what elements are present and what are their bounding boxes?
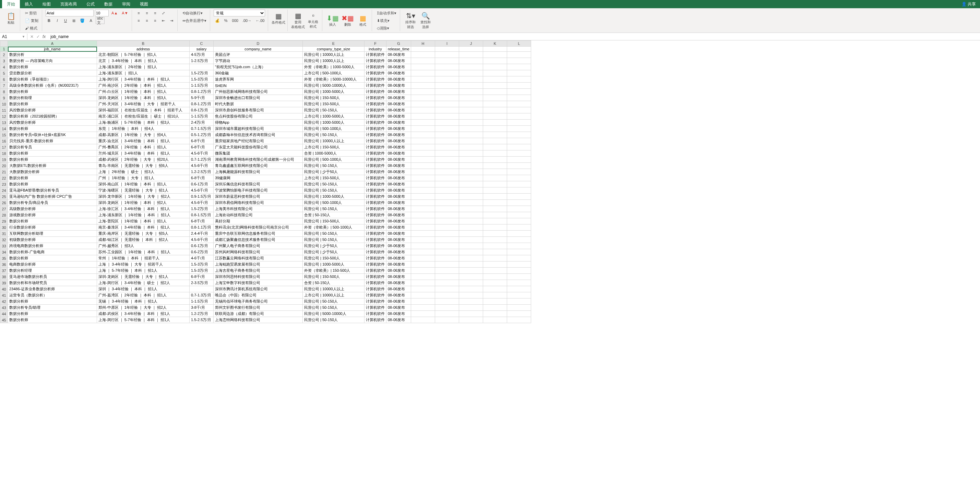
decrease-font-button[interactable]: A▼ [120, 10, 129, 16]
cell[interactable]: 6-8千/月 [189, 274, 214, 280]
cell[interactable]: 0.6-2万/月 [189, 249, 214, 255]
cell[interactable]: 途虎养车网 [214, 76, 303, 82]
cell[interactable]: 上海欢动科技有限公司 [214, 212, 303, 218]
cell[interactable]: 深圳乐佩信息科技有限公司 [214, 181, 303, 187]
decrease-decimal-button[interactable]: ←.00 [254, 17, 266, 24]
cell[interactable] [435, 132, 459, 138]
cell[interactable]: 民营公司 | 500-1000人 [303, 200, 364, 206]
cell[interactable]: 08-06发布 [387, 113, 411, 120]
cell[interactable]: 08-06发布 [387, 193, 411, 200]
cell[interactable]: 数据分析师 [8, 126, 97, 132]
cell[interactable] [411, 70, 435, 76]
cell[interactable]: 高级业务数据分析师（仓库）(MJ002317) [8, 82, 97, 89]
cell[interactable]: 1.2-2万/月 [189, 311, 214, 317]
cell[interactable]: 民营公司 | 10000人以上 [303, 52, 364, 58]
row-header[interactable]: 35 [0, 255, 8, 262]
row-header[interactable]: 43 [0, 304, 8, 311]
cell[interactable] [459, 243, 483, 249]
cell[interactable] [411, 101, 435, 107]
cell[interactable]: 上海 ｜ 3-4年经验 ｜ 大专 ｜ 招若干人 [97, 262, 189, 268]
cell[interactable]: 计算机软件 [364, 58, 387, 64]
cell[interactable]: 08-06发布 [387, 101, 411, 107]
cell[interactable]: 计算机软件 [364, 193, 387, 200]
cell[interactable]: 数据分析专员 [8, 144, 97, 151]
cell[interactable]: 数据分析 [8, 52, 97, 58]
cell[interactable]: 深圳市易佰网络科技有限公司 [214, 200, 303, 206]
cell[interactable]: 民营公司 | 1000-5000人 [303, 120, 364, 126]
cell[interactable] [483, 268, 507, 274]
cell[interactable] [459, 144, 483, 151]
cell[interactable] [459, 187, 483, 193]
cell[interactable]: 4.5-6千/月 [189, 200, 214, 206]
cell[interactable] [435, 212, 459, 218]
cell[interactable]: 慧科讯业(北京)网络科技有限公司南京分公司 [214, 224, 303, 231]
cell[interactable]: 民营公司 | 少于50人 [303, 243, 364, 249]
cell[interactable]: 08-06发布 [387, 120, 411, 126]
cell[interactable]: 3-8千/月 [189, 304, 214, 311]
cell[interactable]: 美好分期 [214, 218, 303, 224]
row-header[interactable]: 32 [0, 237, 8, 243]
cell[interactable] [483, 200, 507, 206]
cell[interactable] [507, 286, 531, 292]
cell[interactable] [483, 144, 507, 151]
cell[interactable] [459, 52, 483, 58]
cell[interactable]: 360金融 [214, 70, 303, 76]
cell[interactable]: 08-06发布 [387, 82, 411, 89]
row-header[interactable]: 45 [0, 317, 8, 323]
cell[interactable]: 上海-闵行区 ｜ 5-7年经验 ｜ 本科 ｜ 招1人 [97, 317, 189, 323]
cell[interactable]: 08-06发布 [387, 144, 411, 151]
cell[interactable]: 计算机软件 [364, 151, 387, 157]
cell[interactable]: 6-8千/月 [189, 144, 214, 151]
cell[interactable]: 4-5万/月 [189, 52, 214, 58]
row-header[interactable]: 36 [0, 262, 8, 268]
cell[interactable]: 合资 | 50-150人 [303, 280, 364, 286]
cell[interactable]: release_time [387, 47, 411, 52]
border-button[interactable]: ⊞ [70, 17, 77, 24]
cell[interactable] [507, 76, 531, 82]
cell[interactable]: 计算机软件 [364, 304, 387, 311]
cell[interactable]: 0.7-1.5万/月 [189, 126, 214, 132]
cell[interactable] [189, 286, 214, 292]
cell[interactable] [459, 120, 483, 126]
cell[interactable] [411, 304, 435, 311]
cell[interactable]: 民营公司 | 150-500人 [303, 101, 364, 107]
row-header[interactable]: 5 [0, 70, 8, 76]
cell[interactable]: 民营公司 | 50-150人 [303, 132, 364, 138]
row-header[interactable]: 21 [0, 169, 8, 175]
cell[interactable]: 贝壳找房-重庆-数据分析师 [8, 138, 97, 144]
row-header[interactable]: 19 [0, 157, 8, 163]
cell[interactable]: 合资 | 50-150人 [303, 212, 364, 218]
cell[interactable] [459, 157, 483, 163]
cell[interactable] [459, 95, 483, 101]
cell[interactable] [435, 107, 459, 113]
cell[interactable]: SHEIN [214, 82, 303, 89]
cell[interactable] [459, 286, 483, 292]
cell[interactable]: 大数据ETL数据分析师 [8, 163, 97, 169]
cell[interactable]: 数据分析师 [8, 157, 97, 163]
cell[interactable] [459, 212, 483, 218]
cell[interactable]: 民营公司 | 1000-5000人 [303, 89, 364, 95]
cell[interactable]: 上海 ｜ 5-7年经验 ｜ 本科 ｜ 招1人 [97, 268, 189, 274]
cell[interactable] [411, 64, 435, 70]
cell[interactable] [435, 138, 459, 144]
cell[interactable] [189, 64, 214, 70]
cell[interactable] [411, 206, 435, 212]
cell[interactable] [411, 144, 435, 151]
cell[interactable] [459, 169, 483, 175]
cell[interactable] [459, 82, 483, 89]
cell[interactable] [483, 286, 507, 292]
cell[interactable]: 6-8千/月 [189, 138, 214, 144]
cell[interactable]: 数据分析师 [8, 64, 97, 70]
cell[interactable]: 计算机软件 [364, 286, 387, 292]
cell[interactable]: 计算机软件 [364, 138, 387, 144]
cell[interactable] [459, 255, 483, 262]
cell[interactable] [411, 181, 435, 187]
row-header[interactable]: 16 [0, 138, 8, 144]
cell[interactable] [411, 243, 435, 249]
cell[interactable]: 计算机软件 [364, 169, 387, 175]
cell[interactable] [435, 224, 459, 231]
cell[interactable]: 0.7-1.3万/月 [189, 292, 214, 298]
cell[interactable] [483, 262, 507, 268]
cell[interactable]: 民营公司 | 5000-10000人 [303, 82, 364, 89]
cell[interactable] [483, 218, 507, 224]
